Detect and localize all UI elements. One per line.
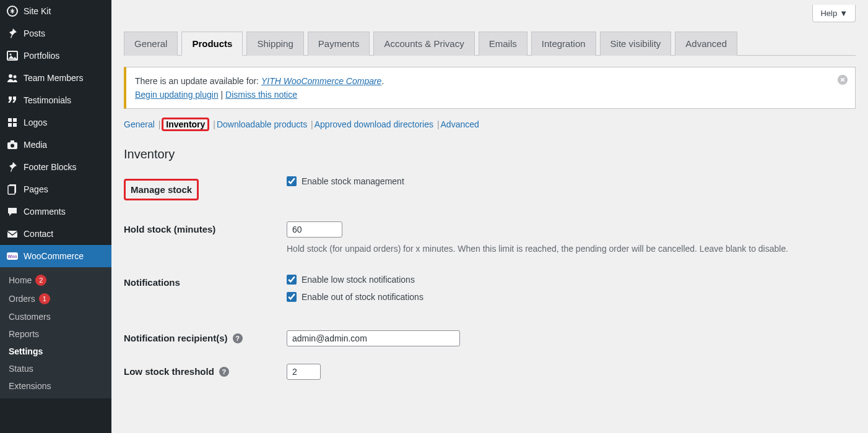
tab-payments[interactable]: Payments [308,32,370,56]
sidebar-item-footer-blocks[interactable]: Footer Blocks [0,156,111,178]
sidebar-item-pages[interactable]: Pages [0,178,111,200]
svg-rect-13 [8,186,15,194]
pages-icon [6,183,19,195]
woo-sub-reports[interactable]: Reports [0,325,111,343]
highlight-box: Inventory [162,118,209,131]
subsection-advanced[interactable]: Advanced [441,119,479,129]
sidebar-item-label: Media [24,140,104,150]
image-icon [6,49,19,62]
notifications-label: Notifications [124,277,180,288]
sidebar-item-label: Site Kit [24,6,104,16]
help-icon[interactable]: ? [219,367,229,377]
subsection-inventory[interactable]: Inventory [166,119,205,129]
sidebar-item-label: WooCommerce [24,251,104,261]
svg-rect-7 [8,123,12,127]
hold-stock-input[interactable] [287,221,342,238]
svg-point-3 [9,74,12,78]
sep: | [311,119,313,129]
help-icon[interactable]: ? [233,333,243,343]
recipients-input[interactable] [287,330,460,346]
row-low-threshold: Low stock threshold ? [124,364,856,380]
low-stock-checkbox[interactable] [287,275,297,285]
pin-icon [6,161,19,173]
sidebar-item-portfolios[interactable]: Portfolios [0,45,111,67]
subsection-approved-download-directories[interactable]: Approved download directories [315,119,433,129]
quote-icon [6,94,19,106]
woo-sub-status[interactable]: Status [0,360,111,377]
subsection-downloadable-products[interactable]: Downloadable products [217,119,307,129]
tab-site-visibility[interactable]: Site visibility [600,32,672,56]
row-manage-stock: Manage stock Enable stock management [124,176,856,200]
sidebar-item-media[interactable]: Media [0,134,111,156]
sidebar-item-contact[interactable]: Contact [0,223,111,245]
low-threshold-input[interactable] [287,364,321,380]
woo-sub-home[interactable]: Home2 [0,271,111,289]
comment-icon [6,205,19,218]
recipients-label: Notification recipient(s) [124,333,228,343]
sub-item-label: Settings [9,346,43,356]
sidebar-item-label: Contact [24,229,104,239]
count-badge: 2 [35,275,46,286]
camera-icon [6,139,19,151]
manage-stock-label: Manage stock [124,179,199,200]
caret-down-icon: ▼ [840,9,848,18]
svg-rect-14 [7,231,17,238]
sidebar-item-label: Testimonials [24,95,104,105]
oos-checkbox[interactable] [287,292,297,302]
sidebar-item-site-kit[interactable]: Site Kit [0,0,111,22]
sidebar-item-label: Pages [24,184,104,194]
row-notifications: Notifications Enable low stock notificat… [124,275,856,309]
help-button[interactable]: Help ▼ [812,5,856,22]
sep: | [437,119,440,129]
manage-stock-checkbox[interactable] [287,176,297,186]
settings-tabs: GeneralProductsShippingPaymentsAccounts … [124,31,856,56]
low-threshold-label: Low stock threshold [124,366,214,377]
sidebar-item-testimonials[interactable]: Testimonials [0,89,111,111]
hold-stock-desc: Hold stock (for unpaid orders) for x min… [287,244,819,254]
tab-shipping[interactable]: Shipping [246,32,303,56]
sidebar-item-comments[interactable]: Comments [0,200,111,223]
tab-advanced[interactable]: Advanced [675,32,737,56]
tab-integration[interactable]: Integration [531,32,596,56]
sidebar-item-label: Comments [24,207,104,216]
begin-updating-link[interactable]: Begin updating plugin [135,90,219,100]
sidebar-item-team-members[interactable]: Team Members [0,67,111,89]
svg-rect-5 [8,118,12,122]
sub-item-label: Home [9,275,32,285]
notice-plugin-link[interactable]: YITH WooCommerce Compare [261,76,382,86]
woocommerce-submenu: Home2Orders1CustomersReportsSettingsStat… [0,267,111,398]
sidebar-item-logos[interactable]: Logos [0,111,111,134]
pin-icon [6,27,19,40]
tab-accounts-privacy[interactable]: Accounts & Privacy [373,32,474,56]
svg-rect-11 [11,140,14,142]
sidebar-item-label: Logos [24,118,104,127]
grid-icon [6,116,19,129]
sidebar-item-label: Portfolios [24,51,104,61]
low-stock-option[interactable]: Enable low stock notifications [287,275,856,285]
sitekit-icon [6,5,19,17]
tab-general[interactable]: General [124,32,178,56]
tab-emails[interactable]: Emails [479,32,527,56]
svg-point-2 [10,54,12,56]
hold-stock-label: Hold stock (minutes) [124,224,215,234]
svg-point-10 [11,144,14,148]
oos-option[interactable]: Enable out of stock notifications [287,292,856,302]
svg-rect-6 [13,118,17,122]
sub-item-label: Extensions [9,381,51,391]
woo-sub-extensions[interactable]: Extensions [0,377,111,395]
woo-sub-settings[interactable]: Settings [0,343,111,360]
sidebar-item-posts[interactable]: Posts [0,22,111,45]
sidebar-item-woocommerce[interactable]: Woo WooCommerce [0,245,111,267]
mail-icon [6,228,19,240]
manage-stock-option[interactable]: Enable stock management [287,176,856,186]
admin-sidebar: Site Kit Posts Portfolios Team Members T… [0,0,111,433]
count-badge: 1 [39,293,50,304]
svg-point-4 [14,75,17,79]
subsection-general[interactable]: General [124,119,155,129]
tab-products[interactable]: Products [181,32,243,56]
woo-sub-customers[interactable]: Customers [0,308,111,325]
dismiss-notice-link[interactable]: Dismiss this notice [225,90,297,100]
dismiss-notice-button[interactable] [836,74,849,86]
woo-sub-orders[interactable]: Orders1 [0,289,111,308]
sub-item-label: Customers [9,312,51,322]
